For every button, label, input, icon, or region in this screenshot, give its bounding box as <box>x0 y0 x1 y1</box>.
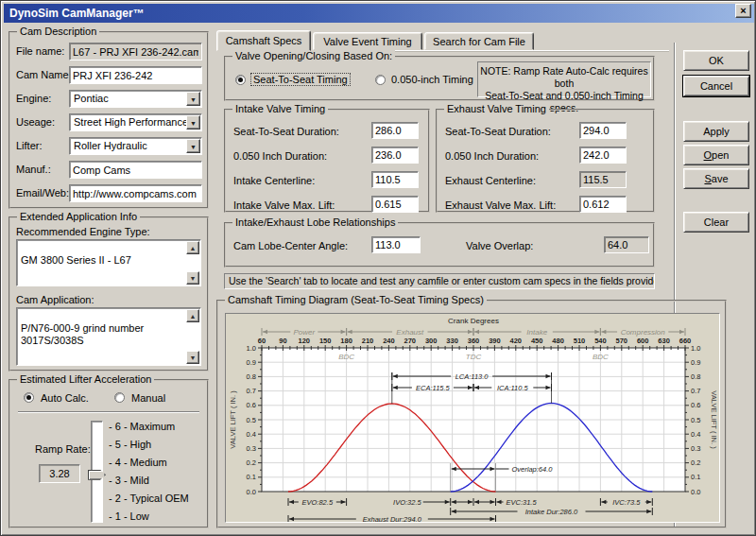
open-button[interactable]: Open <box>683 145 749 165</box>
svg-text:570: 570 <box>616 337 628 345</box>
exhaust-valve-timing-group: Exhaust Valve Timing Seat-To-Seat Durati… <box>436 109 655 213</box>
svg-text:0.2: 0.2 <box>691 458 700 467</box>
tab-search-for-cam-file-label: Search for Cam File <box>433 36 525 47</box>
svg-text:Exhaust: Exhaust <box>396 328 424 337</box>
lobe-center-angle-field[interactable] <box>371 236 421 253</box>
intake-valve-timing-title: Intake Valve Timing <box>232 103 328 114</box>
scroll-up-icon[interactable]: ▲ <box>186 241 199 254</box>
email-web-field[interactable] <box>69 184 202 202</box>
exhaust-s2s-duration-field[interactable] <box>579 122 627 139</box>
exhaust-050-duration-field[interactable] <box>579 147 627 164</box>
svg-text:630: 630 <box>658 337 670 345</box>
ramp-rate-slider-thumb[interactable] <box>88 470 106 480</box>
lifter-label: Lifter: <box>16 140 43 151</box>
apply-button-label: Apply <box>703 126 730 137</box>
svg-text:0.1: 0.1 <box>691 473 700 481</box>
engine-select[interactable]: Pontiac ▼ <box>69 90 202 108</box>
chevron-down-icon[interactable]: ▼ <box>186 139 200 153</box>
close-button[interactable]: × <box>735 4 751 18</box>
svg-text:0.9: 0.9 <box>691 358 700 367</box>
exhaust-max-lift-field[interactable] <box>579 196 627 213</box>
svg-text:150: 150 <box>319 337 332 345</box>
svg-text:0.1: 0.1 <box>247 473 256 481</box>
auto-calc-label[interactable]: Auto Calc. <box>41 392 89 404</box>
svg-text:Exhaust Dur:294.0: Exhaust Dur:294.0 <box>363 515 422 522</box>
chevron-down-icon[interactable]: ▼ <box>186 115 200 130</box>
search-hint-bar: Use the 'Search' tab to locate and test … <box>224 273 655 289</box>
svg-text:360: 360 <box>468 337 480 345</box>
lifter-select[interactable]: Roller Hydraulic ▼ <box>69 137 202 155</box>
lifter-acceleration-title: Estimated Lifter Acceleration <box>17 373 154 385</box>
valve-basis-title: Valve Opening/Closing Based On: <box>232 50 395 61</box>
scroll-down-icon[interactable]: ▼ <box>186 271 199 285</box>
intake-max-lift-field[interactable] <box>371 196 419 213</box>
scroll-down-icon[interactable]: ▼ <box>186 351 199 364</box>
scroll-up-icon[interactable]: ▲ <box>186 309 199 322</box>
manual-label[interactable]: Manual <box>131 392 165 404</box>
clear-button[interactable]: Clear <box>683 212 749 233</box>
svg-text:Crank Degrees: Crank Degrees <box>448 317 499 325</box>
svg-text:390: 390 <box>489 337 501 345</box>
cam-manager-dialog: DynoSim CamManager™ × Cam Description Fi… <box>0 0 756 536</box>
tab-camshaft-specs[interactable]: Camshaft Specs <box>216 30 311 51</box>
svg-text:TDC: TDC <box>466 353 482 361</box>
cam-name-field[interactable] <box>69 66 202 84</box>
slider-scale-4: - 4 - Medium <box>109 457 167 468</box>
auto-calc-radio[interactable] <box>24 392 34 403</box>
intake-centerline-field[interactable] <box>371 171 419 188</box>
recommended-engine-type-textarea[interactable]: GM 3800 Series II - L67 ▲ ▼ <box>16 239 201 286</box>
seat-to-seat-label[interactable]: Seat-To-Seat Timing <box>251 74 350 85</box>
svg-text:0.6: 0.6 <box>691 401 700 409</box>
exhaust-centerline-field[interactable] <box>579 171 627 188</box>
cam-name-label: Cam Name: <box>16 69 72 80</box>
intake-max-lift-label: Intake Valve Max. Lift: <box>233 199 335 211</box>
svg-text:120: 120 <box>299 337 311 345</box>
chevron-down-icon[interactable]: ▼ <box>186 92 200 106</box>
useage-select[interactable]: Street High Performance ▼ <box>69 113 202 131</box>
cam-description-title: Cam Description <box>17 26 99 37</box>
intake-valve-timing-group: Intake Valve Timing Seat-To-Seat Duratio… <box>224 109 430 213</box>
manuf-field[interactable] <box>69 161 202 179</box>
ok-button[interactable]: OK <box>683 50 749 71</box>
ramp-rate-value: 3.28 <box>39 464 80 483</box>
exhaust-s2s-duration-label: Seat-To-Seat Duration: <box>445 126 551 137</box>
manual-radio[interactable] <box>114 392 125 403</box>
svg-text:0.0: 0.0 <box>691 488 700 496</box>
tab-search-for-cam-file[interactable]: Search for Cam File <box>424 32 534 50</box>
save-button[interactable]: Save <box>683 168 749 189</box>
tab-valve-event-timing[interactable]: Valve Event Timing <box>313 32 422 50</box>
intake-050-duration-field[interactable] <box>371 147 419 164</box>
cam-application-textarea[interactable]: P/N76-000-9 grind number 3017S/3038S ▲ ▼ <box>16 307 201 366</box>
ramp-rate-label: Ramp Rate: <box>35 443 91 455</box>
svg-text:IVC:73.5: IVC:73.5 <box>612 498 641 507</box>
svg-text:0.2: 0.2 <box>247 458 256 467</box>
intake-s2s-duration-field[interactable] <box>371 122 419 139</box>
svg-text:BDC: BDC <box>338 353 354 361</box>
exhaust-valve-timing-title: Exhaust Valve Timing <box>444 103 549 114</box>
slider-scale-1: - 1 - Low <box>109 510 149 522</box>
cancel-button[interactable]: Cancel <box>683 76 749 96</box>
tab-camshaft-specs-label: Camshaft Specs <box>226 35 302 46</box>
lifter-value: Roller Hydraulic <box>74 140 147 151</box>
inch-timing-radio[interactable] <box>375 75 386 85</box>
svg-text:660: 660 <box>679 337 692 345</box>
svg-text:Intake: Intake <box>526 328 547 337</box>
apply-button[interactable]: Apply <box>683 121 749 142</box>
cam-description-group: Cam Description File name: Cam Name: Eng… <box>9 31 209 209</box>
cam-application-label: Cam Application: <box>16 294 94 305</box>
svg-text:180: 180 <box>340 337 352 345</box>
svg-text:1.0: 1.0 <box>691 344 700 353</box>
valve-overlap-label: Valve Overlap: <box>466 240 533 251</box>
svg-text:0.6: 0.6 <box>247 401 256 409</box>
seat-to-seat-radio[interactable] <box>235 75 246 85</box>
valve-overlap-field[interactable] <box>604 236 649 253</box>
svg-text:Intake Dur:286.0: Intake Dur:286.0 <box>525 508 578 516</box>
svg-text:Overlap:64.0: Overlap:64.0 <box>512 465 554 474</box>
inch-timing-label[interactable]: 0.050-inch Timing <box>391 74 473 85</box>
title-bar[interactable]: DynoSim CamManager™ <box>4 4 754 23</box>
svg-text:480: 480 <box>552 337 564 345</box>
timing-diagram-group: Camshaft Timing Diagram (Seat-To-Seat Ti… <box>216 300 727 528</box>
svg-text:VALVE LIFT ( IN. ): VALVE LIFT ( IN. ) <box>229 390 237 449</box>
recommended-engine-type-text: GM 3800 Series II - L67 <box>21 254 131 266</box>
file-name-field[interactable] <box>69 43 202 61</box>
